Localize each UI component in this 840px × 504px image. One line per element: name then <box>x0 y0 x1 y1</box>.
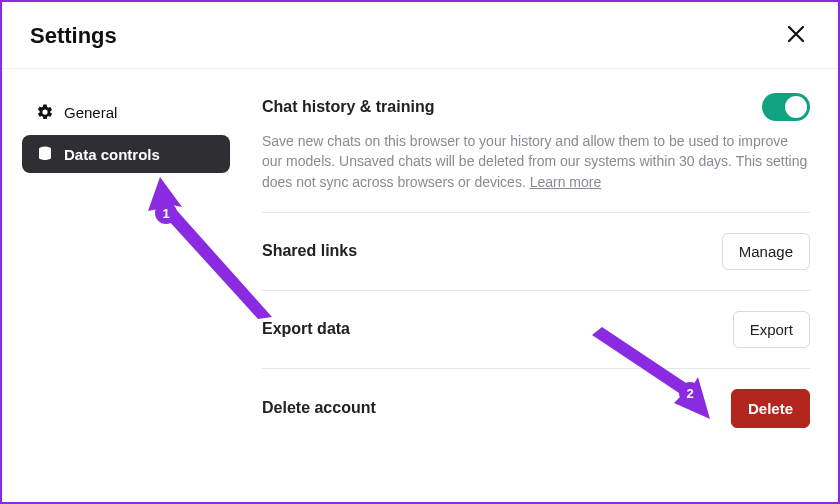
learn-more-link[interactable]: Learn more <box>530 174 602 190</box>
chat-history-toggle[interactable] <box>762 93 810 121</box>
section-title: Export data <box>262 320 350 338</box>
close-button[interactable] <box>782 22 810 50</box>
modal-body: General Data controls Chat history & tra… <box>2 69 838 448</box>
delete-button[interactable]: Delete <box>731 389 810 428</box>
settings-modal: Settings General Data controls <box>0 0 840 504</box>
section-title: Delete account <box>262 399 376 417</box>
section-export-data: Export data Export <box>262 311 810 369</box>
section-delete-account: Delete account Delete <box>262 389 810 448</box>
settings-content: Chat history & training Save new chats o… <box>242 93 838 448</box>
sidebar-item-label: Data controls <box>64 146 160 163</box>
database-icon <box>36 145 54 163</box>
settings-sidebar: General Data controls <box>2 93 242 448</box>
section-shared-links: Shared links Manage <box>262 233 810 291</box>
sidebar-item-data-controls[interactable]: Data controls <box>22 135 230 173</box>
close-icon <box>787 23 805 49</box>
section-title: Chat history & training <box>262 98 434 116</box>
sidebar-item-general[interactable]: General <box>22 93 230 131</box>
modal-header: Settings <box>2 2 838 69</box>
section-chat-history: Chat history & training Save new chats o… <box>262 93 810 213</box>
toggle-knob <box>785 96 807 118</box>
gear-icon <box>36 103 54 121</box>
export-button[interactable]: Export <box>733 311 810 348</box>
manage-button[interactable]: Manage <box>722 233 810 270</box>
sidebar-item-label: General <box>64 104 117 121</box>
section-description: Save new chats on this browser to your h… <box>262 131 810 192</box>
section-title: Shared links <box>262 242 357 260</box>
page-title: Settings <box>30 23 117 49</box>
